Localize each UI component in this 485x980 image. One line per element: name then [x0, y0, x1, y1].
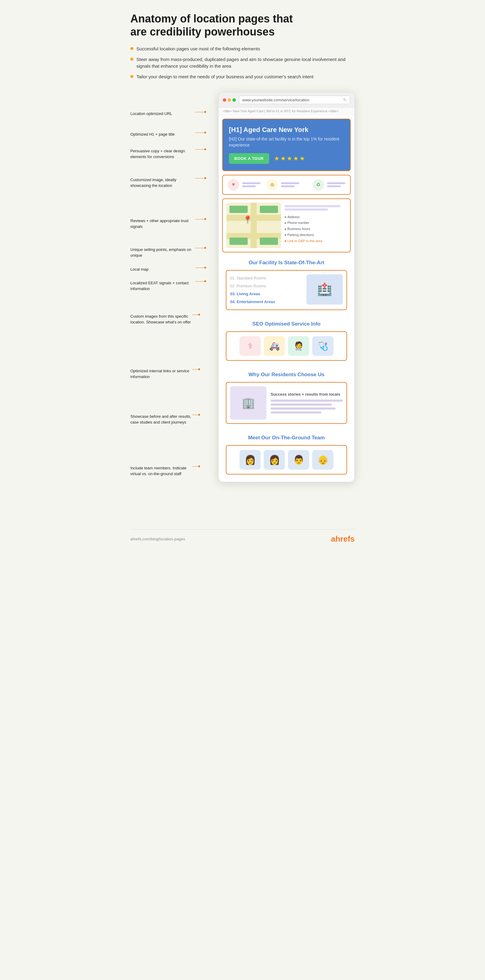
facility-item-4[interactable]: 04. Entertainment Areas: [230, 298, 302, 306]
trust-line: [327, 185, 341, 187]
star-1: ★: [274, 155, 279, 162]
why-line: [271, 404, 332, 406]
trust-lines-2: [281, 182, 299, 187]
facility-item-2[interactable]: 02. Premium Rooms: [230, 282, 302, 290]
footer-url: ahrefs.com/blog/location-pages: [130, 537, 185, 541]
service-section: SEO Optimised Service Info ⚕ 🚑 🧑‍⚕️ 🩺: [222, 317, 351, 364]
star-2: ★: [281, 155, 286, 162]
facility-item-3[interactable]: 03. Living Areas: [230, 290, 302, 298]
annotations-column: Location optimized URL Optimized H1 + pa…: [130, 92, 206, 517]
annotation-usp-text: Unique selling points, emphasis on uniqu…: [130, 247, 195, 258]
team-avatar-1: 👩: [239, 450, 261, 470]
why-content: 🏢 Success stories + results from locals: [226, 382, 347, 424]
team-title: Meet Our On-The-Ground Team: [226, 435, 347, 441]
annotation-usp: Unique selling points, emphasis on uniqu…: [130, 247, 206, 258]
annotation-map: Local map: [130, 267, 206, 272]
why-subtitle: Success stories + results from locals: [271, 392, 343, 396]
annotation-copy-text: Persuasive copy + clear design elements …: [130, 148, 195, 159]
close-button-dot[interactable]: [223, 98, 226, 102]
hero-actions: BOOK A TOUR ★ ★ ★ ★ ★: [229, 153, 344, 164]
service-icon-2: 🚑: [264, 336, 285, 356]
arrow-before-after: [192, 414, 200, 416]
trust-line: [281, 182, 299, 184]
facility-title: Our Facility Is State-Of-The-Art: [226, 260, 347, 266]
arrow-custom-img: [192, 314, 200, 315]
book-tour-button[interactable]: BOOK A TOUR: [229, 153, 269, 164]
service-icon-1: ⚕: [239, 336, 261, 356]
maximize-button-dot[interactable]: [233, 98, 236, 102]
facility-list: 01. Standard Rooms 02. Premium Rooms 03.…: [230, 274, 302, 306]
arrow-links: [192, 368, 200, 370]
annotation-custom-img: Custom images from this specific locatio…: [130, 314, 200, 325]
why-section: Why Our Residents Choose Us 🏢 Success st…: [222, 368, 351, 428]
url-bar[interactable]: www.yourwebsite.com/service/location ↻: [239, 95, 350, 104]
map-visual: 📍: [227, 203, 281, 248]
bullet-item-3: Tailor your design to meet the needs of …: [130, 73, 355, 80]
annotation-copy: Persuasive copy + clear design elements …: [130, 148, 206, 159]
intro-bullets: Successful location pages use most of th…: [130, 46, 355, 80]
trust-lines-3: [327, 182, 345, 187]
why-line: [271, 399, 343, 402]
browser-window: www.yourwebsite.com/service/location ↻ <…: [218, 92, 355, 482]
team-avatar-4: 👴: [312, 450, 333, 470]
map-green-1: [230, 206, 248, 213]
trust-line: [327, 182, 345, 184]
map-green-4: [260, 237, 278, 245]
list-bullet: [285, 229, 286, 230]
star-rating: ★ ★ ★ ★ ★: [274, 155, 305, 162]
heart-icon: ♥: [228, 179, 239, 191]
bullet-dot: [130, 58, 133, 61]
list-bullet-orange: [285, 240, 286, 242]
annotation-links-text: Optimized internal links or service info…: [130, 368, 192, 379]
service-icons-row: ⚕ 🚑 🧑‍⚕️ 🩺: [226, 331, 347, 361]
why-line: [271, 407, 336, 410]
refresh-icon[interactable]: ↻: [343, 97, 347, 102]
facility-item-1[interactable]: 01. Standard Rooms: [230, 274, 302, 282]
star-5: ★: [300, 155, 305, 162]
annotation-links: Optimized internal links or service info…: [130, 368, 200, 379]
map-info: Address Phone number Business hours: [285, 203, 347, 248]
arrow-image: [195, 177, 206, 179]
title-tag: <title> New York Aged Care | We're #1 in…: [219, 107, 354, 115]
map-gbp-link[interactable]: Link to GBP in this area: [285, 238, 347, 244]
map-green-2: [260, 206, 278, 213]
map-info-line: [285, 208, 328, 210]
why-line: [271, 411, 321, 414]
annotation-reviews: Reviews + other appropriate trust signal…: [130, 218, 206, 229]
map-hours: Business hours: [285, 226, 347, 232]
trust-line: [242, 182, 260, 184]
medical-bag-icon: ⊕: [266, 179, 278, 191]
annotation-url-text: Location optimized URL: [130, 111, 195, 116]
browser-chrome: www.yourwebsite.com/service/location ↻: [219, 92, 354, 107]
map-road-v: [251, 203, 257, 248]
arrow-reviews: [195, 218, 206, 220]
trust-item-3: ♻: [312, 179, 345, 191]
annotation-image: Customized image, ideally showcasing the…: [130, 177, 206, 188]
list-bullet: [285, 234, 286, 236]
map-pin-icon: 📍: [243, 215, 252, 224]
arrow-team: [192, 465, 200, 467]
star-3: ★: [287, 155, 292, 162]
arrow-usp: [195, 247, 206, 249]
arrow-url: [195, 111, 206, 113]
minimize-button-dot[interactable]: [228, 98, 231, 102]
annotation-custom-img-text: Custom images from this specific locatio…: [130, 314, 192, 325]
trust-item-1: ♥: [228, 179, 260, 191]
hero-h2: [H2] Our state-of-the art facility is in…: [229, 136, 344, 148]
annotation-before-after-text: Showcase before and after results, case …: [130, 414, 192, 425]
bullet-item-2: Steer away from mass-produced, duplicate…: [130, 56, 355, 70]
annotation-h1: Optimized H1 + page title: [130, 132, 206, 137]
map-phone: Phone number: [285, 220, 347, 226]
trust-line: [242, 185, 256, 187]
annotation-team: Include team members. Indicate virtual v…: [130, 465, 200, 476]
why-image: 🏢: [230, 386, 266, 420]
team-section: Meet Our On-The-Ground Team 👩 👩 👨 👴: [222, 431, 351, 478]
team-avatar-3: 👨: [288, 450, 309, 470]
annotation-before-after: Showcase before and after results, case …: [130, 414, 200, 425]
why-text-block: Success stories + results from locals: [271, 386, 343, 420]
trust-lines-1: [242, 182, 260, 187]
arrow-h1: [195, 132, 206, 134]
hero-h1: [H1] Aged Care New York: [229, 126, 344, 134]
bullet-dot: [130, 47, 133, 50]
trust-signals-row: ♥ ⊕ ♻: [222, 175, 351, 195]
